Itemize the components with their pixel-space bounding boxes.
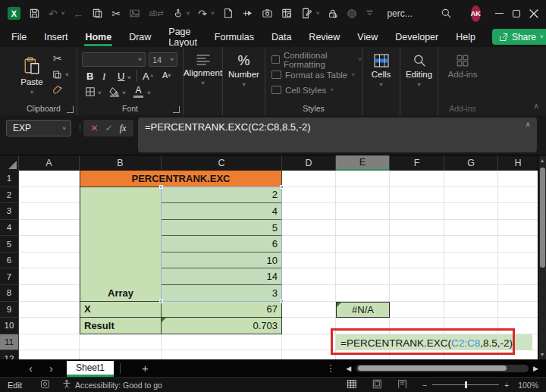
cell[interactable] xyxy=(19,268,80,285)
cell[interactable] xyxy=(498,302,538,318)
workbook-statistics-icon[interactable] xyxy=(281,8,293,19)
row-header-11[interactable]: 11 xyxy=(0,334,19,351)
cut-icon[interactable]: ✂ xyxy=(111,8,121,19)
cell[interactable] xyxy=(444,350,498,359)
column-header-d[interactable]: D xyxy=(282,155,336,171)
font-name-combo[interactable]: ˅ xyxy=(82,52,146,67)
touch-mode-icon[interactable] xyxy=(172,8,183,19)
tab-draw[interactable]: Draw xyxy=(128,28,152,46)
underline-chevron-icon[interactable]: ˅ xyxy=(127,74,131,81)
cell[interactable] xyxy=(444,220,498,237)
cell[interactable] xyxy=(282,220,336,237)
cell-array-label-B8[interactable]: Array xyxy=(80,285,162,302)
prev-sheet-icon[interactable]: ‹ xyxy=(29,362,33,374)
insert-function-icon[interactable]: fx xyxy=(120,123,127,134)
column-header-b[interactable]: B xyxy=(80,155,162,171)
cell[interactable] xyxy=(336,318,390,334)
cell[interactable] xyxy=(162,334,282,351)
redo-icon[interactable]: ↷ xyxy=(198,8,207,19)
maximize-button[interactable] xyxy=(512,0,521,27)
cell[interactable] xyxy=(19,203,80,220)
row-header-4[interactable]: 4 xyxy=(0,220,19,237)
cell[interactable] xyxy=(390,252,444,269)
redo-chevron-icon[interactable]: ˅ xyxy=(211,10,215,17)
enter-icon[interactable]: ✓ xyxy=(105,123,113,133)
cell-x-value-C9[interactable]: 67 xyxy=(162,302,282,318)
horizontal-scrollbar[interactable]: ◀ ▶ xyxy=(346,365,538,372)
edit-document-chevron-icon[interactable]: ˅ xyxy=(316,10,320,17)
conditional-formatting-button[interactable]: Conditional Formatting ˅ xyxy=(271,52,362,67)
cell[interactable] xyxy=(390,220,444,237)
search-icon[interactable] xyxy=(441,8,452,19)
row-header-8[interactable]: 8 xyxy=(0,285,19,302)
cell[interactable] xyxy=(444,285,498,302)
back-icon[interactable]: ← xyxy=(73,8,83,19)
cut-button[interactable]: ✂ xyxy=(53,53,62,64)
tab-insert[interactable]: Insert xyxy=(43,28,68,46)
page-layout-view-icon[interactable] xyxy=(372,379,382,390)
cell[interactable] xyxy=(282,350,336,359)
cell[interactable] xyxy=(80,236,162,252)
row-header-12[interactable]: 12 xyxy=(0,350,19,359)
cell[interactable] xyxy=(80,203,162,220)
cell[interactable] xyxy=(336,187,390,204)
row-header-6[interactable]: 6 xyxy=(0,252,19,269)
underline-button[interactable]: U xyxy=(118,71,124,82)
paste-button[interactable]: Paste ˅ xyxy=(15,50,49,96)
column-header-f[interactable]: F xyxy=(390,155,444,171)
formula-input[interactable]: =PERCENTRANK.EXC(C2:C8,8.5,-2) ˄ xyxy=(138,118,537,152)
undo-chevron-icon[interactable]: ˅ xyxy=(61,10,65,17)
minimize-button[interactable] xyxy=(495,0,504,27)
cell-error-E9[interactable]: #N/A xyxy=(336,302,390,318)
cell-C6[interactable]: 10 xyxy=(162,252,282,269)
cell[interactable] xyxy=(336,236,390,252)
cell[interactable] xyxy=(336,252,390,269)
column-header-e[interactable]: E xyxy=(336,155,390,171)
column-header-a[interactable]: A xyxy=(19,155,80,171)
cell-C2[interactable]: 2 xyxy=(162,187,282,204)
cell[interactable] xyxy=(444,203,498,220)
cell-C4[interactable]: 5 xyxy=(162,220,282,237)
scroll-down-icon[interactable]: ▼ xyxy=(538,352,546,357)
in-cell-formula[interactable]: =PERCENTRANK.EXC(C2:C8,8.5,-2) xyxy=(340,336,514,350)
cell[interactable] xyxy=(390,187,444,204)
cell[interactable] xyxy=(19,220,80,237)
cell[interactable] xyxy=(282,318,336,334)
find-replace-icon[interactable]: ab⇄ xyxy=(149,10,164,17)
tab-file[interactable]: File xyxy=(11,28,27,46)
font-color-button[interactable]: A xyxy=(133,86,143,98)
number-button[interactable]: % Number ˅ xyxy=(223,47,265,115)
cell[interactable] xyxy=(390,318,444,334)
tab-data[interactable]: Data xyxy=(271,28,292,46)
cell[interactable] xyxy=(498,285,538,302)
cell[interactable] xyxy=(444,171,498,187)
undo-icon[interactable]: ↶ xyxy=(49,8,58,19)
name-box[interactable]: EXP ˅ xyxy=(6,120,71,136)
row-header-10[interactable]: 10 xyxy=(0,318,19,334)
row-header-7[interactable]: 7 xyxy=(0,268,19,285)
cell[interactable] xyxy=(282,236,336,252)
copy-button[interactable] xyxy=(52,69,62,83)
new-document-icon[interactable] xyxy=(223,8,234,19)
fill-color-chevron-icon[interactable]: ˅ xyxy=(122,89,126,96)
cell[interactable] xyxy=(19,302,80,318)
cell[interactable] xyxy=(336,220,390,237)
vertical-scrollbar-thumb[interactable] xyxy=(540,168,545,268)
horizontal-scrollbar-track[interactable] xyxy=(356,365,529,372)
select-all-button[interactable] xyxy=(0,155,19,171)
save-icon[interactable] xyxy=(29,8,40,19)
cell[interactable] xyxy=(80,334,162,351)
alignment-button[interactable]: Alignment ˅ xyxy=(184,47,223,115)
cell-title-B1[interactable]: PERCENTRANK.EXC xyxy=(80,171,282,187)
cell[interactable] xyxy=(162,350,282,359)
excel-logo-icon[interactable]: X xyxy=(8,7,20,20)
borders-chevron-icon[interactable]: ˅ xyxy=(98,89,102,96)
cell[interactable] xyxy=(390,236,444,252)
cell[interactable] xyxy=(444,236,498,252)
cell[interactable] xyxy=(498,203,538,220)
cell[interactable] xyxy=(498,236,538,252)
cell[interactable] xyxy=(498,220,538,237)
horizontal-scrollbar-thumb[interactable] xyxy=(358,365,507,371)
cell[interactable] xyxy=(19,318,80,334)
normal-view-icon[interactable] xyxy=(347,379,357,390)
